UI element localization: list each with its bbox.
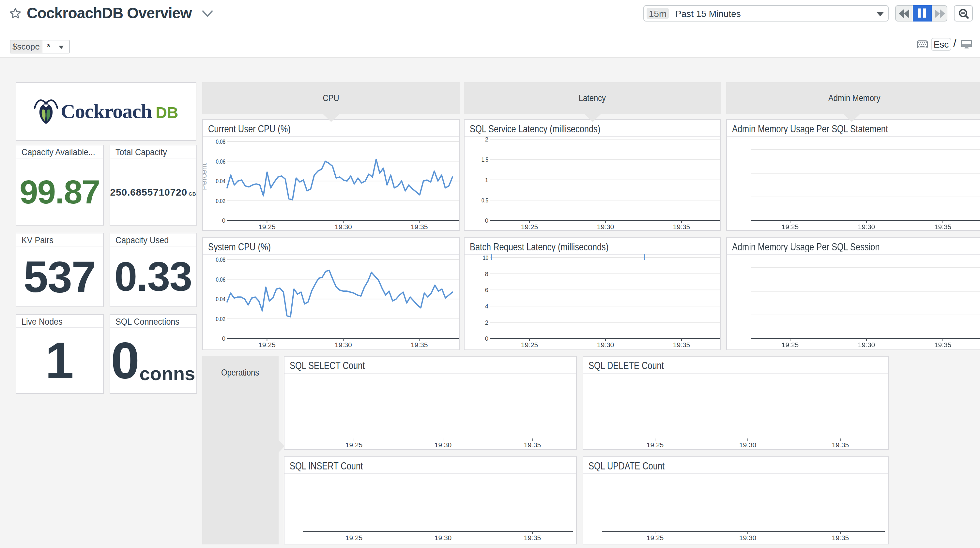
svg-text:19:35: 19:35: [411, 341, 428, 348]
svg-text:19:35: 19:35: [832, 441, 849, 448]
svg-text:Percent: Percent: [203, 163, 208, 190]
svg-text:19:30: 19:30: [858, 341, 875, 348]
svg-text:19:25: 19:25: [521, 341, 538, 348]
svg-text:19:30: 19:30: [739, 534, 757, 542]
svg-text:0.5: 0.5: [481, 197, 488, 203]
svg-text:4: 4: [484, 303, 488, 310]
svg-text:2: 2: [484, 136, 488, 143]
svg-text:19:25: 19:25: [781, 341, 799, 348]
svg-text:0: 0: [484, 335, 488, 342]
svg-text:8: 8: [484, 270, 488, 278]
svg-text:19:35: 19:35: [934, 341, 951, 348]
svg-text:0: 0: [484, 217, 488, 224]
svg-text:19:30: 19:30: [858, 222, 875, 230]
svg-text:19:35: 19:35: [411, 222, 428, 230]
svg-text:19:30: 19:30: [597, 341, 614, 348]
svg-text:6: 6: [484, 287, 488, 294]
svg-text:1: 1: [484, 176, 488, 183]
svg-text:19:25: 19:25: [647, 534, 664, 542]
svg-text:19:35: 19:35: [524, 534, 541, 542]
svg-text:19:35: 19:35: [934, 222, 951, 230]
svg-text:19:35: 19:35: [673, 222, 690, 230]
svg-text:19:30: 19:30: [434, 534, 452, 542]
svg-text:19:25: 19:25: [521, 222, 538, 230]
svg-text:19:30: 19:30: [597, 222, 614, 230]
svg-text:19:35: 19:35: [832, 534, 849, 542]
svg-text:19:30: 19:30: [434, 441, 452, 448]
svg-text:19:30: 19:30: [335, 222, 352, 230]
svg-text:19:25: 19:25: [345, 441, 363, 448]
svg-text:0.06: 0.06: [216, 158, 226, 165]
svg-text:0.02: 0.02: [216, 197, 226, 204]
svg-text:19:35: 19:35: [524, 441, 541, 448]
svg-text:10: 10: [482, 254, 488, 261]
svg-text:19:25: 19:25: [647, 441, 664, 448]
svg-text:19:25: 19:25: [258, 341, 276, 348]
svg-text:19:25: 19:25: [781, 222, 799, 230]
svg-text:19:25: 19:25: [345, 534, 363, 542]
svg-text:19:30: 19:30: [335, 341, 352, 348]
svg-text:2: 2: [484, 319, 488, 326]
svg-text:0: 0: [222, 217, 226, 224]
svg-text:0.04: 0.04: [216, 177, 226, 184]
svg-text:19:25: 19:25: [258, 222, 276, 230]
svg-text:0.04: 0.04: [216, 296, 226, 303]
svg-text:19:30: 19:30: [739, 441, 757, 448]
svg-text:0.08: 0.08: [216, 138, 226, 145]
svg-text:0.02: 0.02: [216, 316, 226, 322]
svg-text:0: 0: [222, 335, 226, 342]
svg-text:0.08: 0.08: [216, 256, 226, 263]
svg-text:0.06: 0.06: [216, 276, 226, 283]
svg-text:19:35: 19:35: [673, 341, 690, 348]
svg-text:1.5: 1.5: [481, 156, 488, 163]
